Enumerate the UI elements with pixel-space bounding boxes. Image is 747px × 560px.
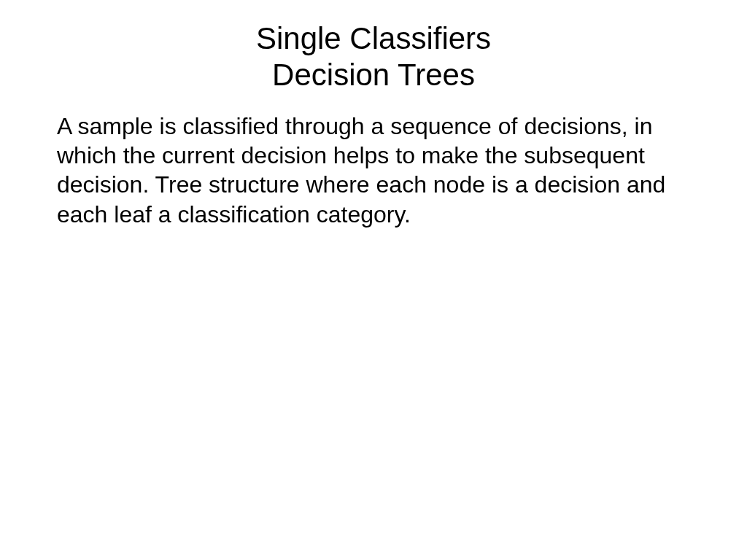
slide-title-line-1: Single Classifiers [57,20,690,57]
slide-body-text: A sample is classified through a sequenc… [57,112,690,229]
slide-title-line-2: Decision Trees [57,57,690,93]
slide-container: Single Classifiers Decision Trees A samp… [0,0,747,560]
slide-title-block: Single Classifiers Decision Trees [57,20,690,94]
